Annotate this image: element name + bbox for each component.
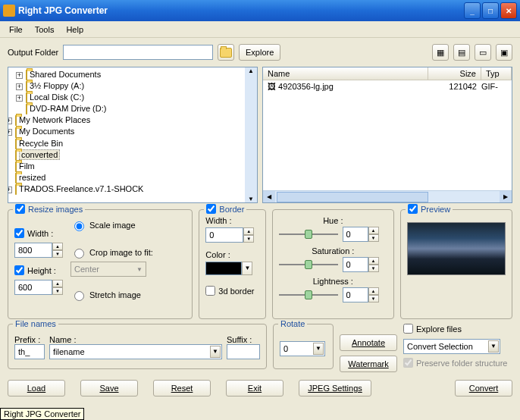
lightness-spinner[interactable]: ▲▼ (368, 287, 379, 302)
tree-item[interactable]: Film (16, 161, 257, 172)
tree-item[interactable]: +Shared Documents (27, 69, 257, 80)
border-color-label: Color : (205, 250, 258, 259)
tree-item[interactable]: +My Network Places (16, 114, 257, 126)
explore-group: Explore files Convert Selection▼ Preserv… (403, 324, 512, 372)
folder-icon (15, 150, 17, 161)
close-button[interactable]: ✕ (500, 2, 517, 19)
width-input[interactable] (14, 243, 52, 258)
lightness-input[interactable] (343, 287, 368, 302)
suffix-input[interactable] (227, 344, 260, 359)
options-row: Resize images Width : ▲▼ Height : ▲▼ Sca… (0, 203, 520, 319)
menu-help[interactable]: Help (60, 24, 89, 36)
explore-button[interactable]: Explore (239, 44, 280, 61)
view-mode-3-button[interactable]: ▭ (475, 44, 491, 61)
jpeg-settings-button[interactable]: JPEG Settings (299, 380, 371, 396)
stretch-radio[interactable]: Stretch image (70, 289, 141, 301)
name-dropdown[interactable]: filename▼ (49, 344, 222, 359)
lightness-slider[interactable] (279, 289, 338, 301)
bottom-buttons: Load Save Reset Exit JPEG Settings Conve… (0, 372, 520, 404)
crop-position-dropdown[interactable]: Center▼ (70, 262, 146, 277)
view-mode-4-button[interactable]: ▣ (496, 44, 512, 61)
tree-item[interactable]: converted (16, 149, 257, 161)
view-mode-2-button[interactable]: ▤ (453, 44, 470, 61)
height-spinner[interactable]: ▲▼ (52, 280, 63, 295)
saturation-spinner[interactable]: ▲▼ (368, 257, 379, 272)
rotate-dropdown[interactable]: 0▼ (280, 341, 325, 356)
height-checkbox[interactable]: Height : (14, 265, 56, 275)
saturation-input[interactable] (343, 257, 368, 272)
toolbar: Output Folder Explore ▦ ▤ ▭ ▣ (0, 38, 520, 67)
height-input[interactable] (14, 280, 52, 295)
file-list[interactable]: Name Size Typ 🖼 4920356-lg.jpg121042GIF-… (262, 67, 512, 203)
lightness-label: Lightness : (279, 277, 387, 286)
menu-tools[interactable]: Tools (29, 24, 61, 36)
tree-item[interactable]: DVD-RAM Drive (D:) (27, 103, 257, 114)
hsl-group: Hue : ▲▼ Saturation : ▲▼ Lightness : ▲▼ (272, 209, 394, 319)
col-size[interactable]: Size (428, 67, 481, 80)
rotate-title: Rotate (278, 319, 307, 328)
menu-file[interactable]: File (3, 24, 29, 36)
scale-radio[interactable]: Scale image (70, 219, 136, 231)
explore-files-checkbox[interactable]: Explore files (403, 324, 462, 334)
watermark-button[interactable]: Watermark (340, 356, 397, 372)
convert-selection-dropdown[interactable]: Convert Selection▼ (403, 339, 500, 354)
crop-radio[interactable]: Crop image to fit: (70, 246, 153, 259)
tree-item[interactable]: +3½ Floppy (A:) (27, 80, 257, 92)
width-checkbox[interactable]: Width : (14, 228, 53, 238)
annotate-button[interactable]: Annotate (340, 334, 397, 351)
folder-icon (15, 127, 17, 138)
folder-icon (26, 81, 27, 92)
saturation-label: Saturation : (279, 246, 387, 255)
mid-buttons: Annotate Watermark (340, 324, 397, 372)
menubar: File Tools Help (0, 21, 520, 38)
col-type[interactable]: Typ (481, 67, 512, 80)
minimize-button[interactable]: _ (464, 2, 481, 19)
folder-icon (15, 115, 17, 126)
folder-tree[interactable]: +Shared Documents+3½ Floppy (A:)+Local D… (8, 67, 258, 203)
file-list-header: Name Size Typ (263, 67, 512, 80)
prefix-input[interactable] (14, 344, 45, 359)
saturation-slider[interactable] (279, 259, 338, 271)
app-icon (3, 5, 15, 17)
hue-spinner[interactable]: ▲▼ (368, 227, 379, 242)
border-width-input[interactable] (205, 227, 243, 243)
tree-item[interactable]: +Local Disk (C:) (27, 92, 257, 103)
border-checkbox[interactable]: Border (204, 204, 246, 214)
save-button[interactable]: Save (80, 380, 138, 396)
reset-button[interactable]: Reset (153, 380, 211, 396)
tree-item[interactable]: +TRADOS.Freelance.v7.1-SHOCK (16, 183, 257, 195)
view-mode-1-button[interactable]: ▦ (432, 44, 449, 61)
name-label: Name : (49, 335, 222, 344)
load-button[interactable]: Load (8, 380, 65, 396)
tree-scrollbar[interactable] (245, 67, 257, 202)
titlebar: Right JPG Converter _ □ ✕ (0, 0, 520, 21)
folder-icon (26, 104, 27, 114)
border-width-label: Width : (205, 216, 258, 225)
tree-item[interactable]: +My Documents (16, 126, 257, 137)
col-name[interactable]: Name (263, 67, 428, 80)
preview-checkbox[interactable]: Preview (406, 204, 453, 214)
tree-item[interactable]: resized (16, 172, 257, 183)
hue-input[interactable] (343, 227, 368, 242)
tree-item[interactable]: Recycle Bin (16, 138, 257, 149)
rotate-group: Rotate 0▼ (273, 324, 334, 369)
border-color-dropdown[interactable]: ▼ (242, 262, 252, 275)
preview-image (407, 222, 506, 275)
exit-button[interactable]: Exit (226, 380, 283, 396)
maximize-button[interactable]: □ (482, 2, 499, 19)
border-width-spinner[interactable]: ▲▼ (243, 227, 254, 243)
resize-checkbox[interactable]: Resize images (13, 204, 85, 214)
convert-button[interactable]: Convert (455, 380, 512, 396)
file-row[interactable]: 🖼 4920356-lg.jpg121042GIF- (263, 80, 512, 92)
width-spinner[interactable]: ▲▼ (52, 243, 63, 258)
browser-panels: +Shared Documents+3½ Floppy (A:)+Local D… (0, 67, 520, 203)
3d-border-checkbox[interactable]: 3d border (205, 286, 254, 296)
browse-folder-button[interactable] (218, 44, 234, 61)
hue-label: Hue : (279, 216, 387, 225)
folder-icon (26, 70, 27, 80)
output-folder-input[interactable] (63, 45, 213, 60)
hue-slider[interactable] (279, 228, 338, 240)
file-list-hscroll[interactable]: ◀▶ (263, 190, 512, 202)
border-color-swatch[interactable] (205, 262, 242, 275)
preserve-folder-checkbox: Preserve folder structure (403, 358, 507, 368)
